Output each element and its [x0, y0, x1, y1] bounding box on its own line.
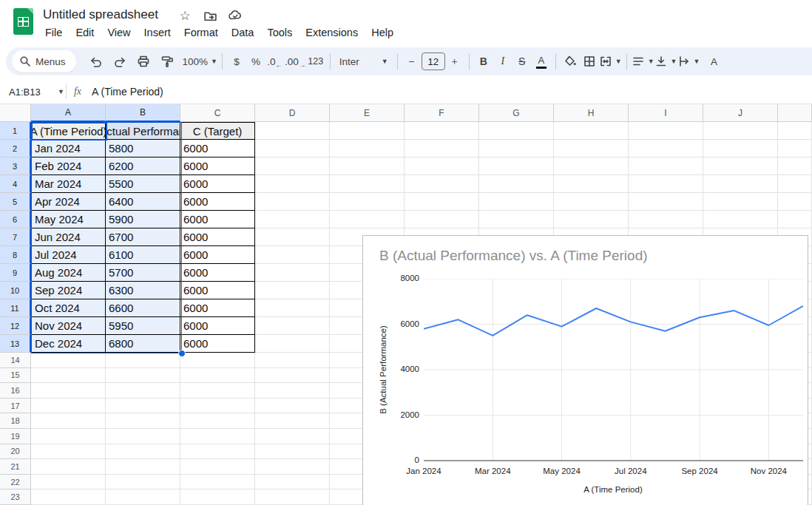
menu-format[interactable]: Format: [177, 24, 225, 41]
row-header-23[interactable]: 23: [0, 489, 31, 505]
decrease-font-size-button[interactable]: −: [402, 51, 422, 72]
cell-A10[interactable]: Sep 2024: [31, 282, 106, 299]
menu-extensions[interactable]: Extensions: [299, 24, 365, 41]
name-box[interactable]: A1:B13: [9, 87, 55, 98]
cell-H3[interactable]: [554, 157, 629, 175]
cell-C17[interactable]: [180, 399, 255, 414]
cell-G1[interactable]: [479, 122, 554, 140]
cell-C20[interactable]: [180, 444, 255, 460]
cell-C10[interactable]: 6000: [180, 282, 255, 299]
cell-D20[interactable]: [255, 444, 330, 460]
row-header-4[interactable]: 4: [0, 175, 31, 193]
cell-B9[interactable]: 5700: [106, 264, 180, 282]
fill-color-button[interactable]: [561, 51, 580, 72]
cell-B1[interactable]: B (Actual Performance): [106, 122, 180, 140]
cloud-saved-icon[interactable]: [228, 8, 243, 23]
cell-A11[interactable]: Oct 2024: [31, 299, 106, 317]
cell-B7[interactable]: 6700: [106, 228, 180, 246]
cell-E2[interactable]: [330, 140, 405, 157]
row-header-15[interactable]: 15: [0, 368, 31, 384]
cell-E4[interactable]: [330, 175, 405, 193]
borders-button[interactable]: [580, 51, 599, 72]
row-header-18[interactable]: 18: [0, 413, 31, 429]
column-header-F[interactable]: F: [405, 104, 479, 122]
row-header-16[interactable]: 16: [0, 383, 31, 399]
column-header-partial[interactable]: [778, 104, 812, 122]
paint-format-button[interactable]: [158, 51, 177, 72]
cell-B17[interactable]: [106, 399, 180, 414]
cell-A22[interactable]: [31, 475, 106, 490]
cell-A2[interactable]: Jan 2024: [31, 140, 106, 157]
redo-button[interactable]: [110, 51, 129, 72]
vertical-align-button[interactable]: ▼: [654, 51, 677, 72]
row-header-12[interactable]: 12: [0, 317, 31, 335]
cell-A8[interactable]: Jul 2024: [31, 246, 106, 264]
cell-A18[interactable]: [31, 413, 106, 429]
increase-font-size-button[interactable]: ＋: [445, 51, 464, 72]
cell-I6[interactable]: [629, 211, 703, 228]
cell-B12[interactable]: 5950: [106, 317, 180, 335]
cell-I4[interactable]: [629, 175, 703, 193]
cell-B21[interactable]: [106, 459, 180, 475]
cell-J3[interactable]: [703, 157, 778, 175]
cell-B19[interactable]: [106, 429, 180, 444]
cell-A4[interactable]: Mar 2024: [31, 175, 106, 193]
row-header-8[interactable]: 8: [0, 246, 31, 264]
cell-D18[interactable]: [255, 413, 330, 429]
row-header-20[interactable]: 20: [0, 444, 31, 460]
format-currency-button[interactable]: $: [227, 51, 246, 72]
cell-B5[interactable]: 6400: [106, 193, 180, 211]
cell-H4[interactable]: [554, 175, 629, 193]
cell-J4[interactable]: [703, 175, 778, 193]
cell-C7[interactable]: 6000: [180, 228, 255, 246]
cell-G3[interactable]: [479, 157, 554, 175]
cell-D19[interactable]: [255, 429, 330, 444]
cell-J5[interactable]: [703, 193, 778, 211]
cell-E6[interactable]: [330, 211, 405, 228]
format-percent-button[interactable]: %: [246, 51, 265, 72]
cell-I1[interactable]: [629, 122, 703, 140]
cell-D3[interactable]: [255, 157, 330, 175]
cell-B14[interactable]: [106, 353, 180, 368]
cell-C22[interactable]: [180, 475, 255, 490]
merge-cells-button[interactable]: ▼: [599, 51, 622, 72]
cell-C6[interactable]: 6000: [180, 211, 255, 228]
cell-A6[interactable]: May 2024: [31, 211, 106, 228]
cell-K5[interactable]: [778, 193, 812, 211]
row-header-14[interactable]: 14: [0, 353, 31, 368]
cell-D14[interactable]: [255, 353, 330, 368]
italic-button[interactable]: I: [493, 51, 512, 72]
print-button[interactable]: [134, 51, 153, 72]
column-header-C[interactable]: C: [180, 104, 255, 122]
cell-D21[interactable]: [255, 459, 330, 475]
row-header-13[interactable]: 13: [0, 335, 31, 353]
cell-A21[interactable]: [31, 459, 106, 475]
cell-D6[interactable]: [255, 211, 330, 228]
more-formats-button[interactable]: 123: [306, 51, 325, 72]
cell-B23[interactable]: [106, 489, 180, 505]
cell-B11[interactable]: 6600: [106, 299, 180, 317]
cell-C3[interactable]: 6000: [180, 157, 255, 175]
cell-F5[interactable]: [405, 193, 479, 211]
row-header-17[interactable]: 17: [0, 399, 31, 414]
cell-J1[interactable]: [703, 122, 778, 140]
cell-A23[interactable]: [31, 489, 106, 505]
menu-edit[interactable]: Edit: [69, 24, 101, 41]
column-header-B[interactable]: B: [106, 104, 180, 122]
cell-A12[interactable]: Nov 2024: [31, 317, 106, 335]
text-rotation-button[interactable]: A: [704, 51, 723, 72]
cell-D5[interactable]: [255, 193, 330, 211]
cell-I2[interactable]: [629, 140, 703, 157]
cell-D1[interactable]: [255, 122, 330, 140]
text-wrapping-button[interactable]: ▼: [677, 51, 700, 72]
font-size-input[interactable]: 12: [422, 52, 445, 70]
fill-handle[interactable]: [178, 350, 186, 357]
column-header-J[interactable]: J: [703, 104, 778, 122]
cell-B8[interactable]: 6100: [106, 246, 180, 264]
cell-A17[interactable]: [31, 399, 106, 414]
row-header-11[interactable]: 11: [0, 299, 31, 317]
cell-C23[interactable]: [180, 489, 255, 505]
cell-H1[interactable]: [554, 122, 629, 140]
row-header-9[interactable]: 9: [0, 264, 31, 282]
text-color-button[interactable]: A: [532, 51, 551, 72]
